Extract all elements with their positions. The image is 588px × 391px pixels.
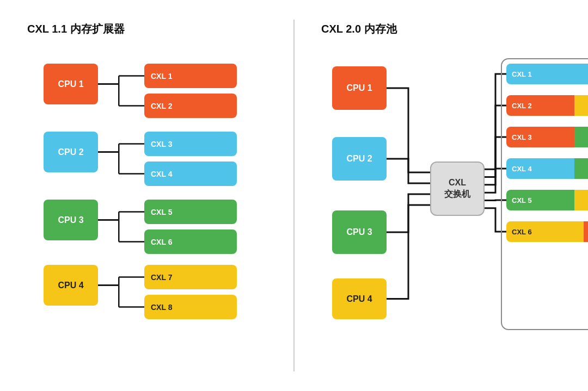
cpu1-left: CPU 1 [44, 64, 98, 104]
cxl4-right: CXL 4 [506, 158, 588, 179]
cxl2: CXL 2 [144, 94, 237, 118]
panel-divider [293, 20, 295, 371]
cxl1-right: CXL 1 [506, 64, 588, 84]
right-diagram: CPU 1CPU 2CPU 3CPU 4CXL交换机CXL 1CXL 2CXL … [321, 53, 572, 375]
left-panel: CXL 1.1 内存扩展器 CPU 1CPU 2CPU 3CPU 4CXL 1C… [0, 0, 294, 391]
cxl7: CXL 7 [144, 265, 237, 289]
cxl5-right: CXL 5 [506, 190, 588, 210]
cpu3-left: CPU 3 [44, 200, 98, 240]
right-panel: CXL 2.0 内存池 CPU 1CPU 2CPU 3CPU 4CXL交换机CX… [294, 0, 588, 391]
cxl2-right: CXL 2 [506, 95, 588, 116]
cpu4-left: CPU 4 [44, 265, 98, 306]
cpu2-left: CPU 2 [44, 132, 98, 172]
cxl4: CXL 4 [144, 162, 237, 186]
cxl6-right: CXL 6 [506, 221, 588, 242]
cxl3: CXL 3 [144, 132, 237, 156]
cpu1-right: CPU 1 [332, 66, 387, 110]
left-title: CXL 1.1 内存扩展器 [27, 22, 278, 36]
cxl8: CXL 8 [144, 295, 237, 319]
right-title: CXL 2.0 内存池 [321, 22, 572, 36]
cxl-switch: CXL交换机 [430, 162, 485, 216]
left-diagram: CPU 1CPU 2CPU 3CPU 4CXL 1CXL 2CXL 3CXL 4… [27, 53, 278, 375]
cpu2-right: CPU 2 [332, 137, 387, 181]
cpu4-right: CPU 4 [332, 278, 387, 319]
main-container: CXL 1.1 内存扩展器 CPU 1CPU 2CPU 3CPU 4CXL 1C… [0, 0, 588, 391]
cxl1: CXL 1 [144, 64, 237, 88]
cxl3-right: CXL 3 [506, 127, 588, 147]
cpu3-right: CPU 3 [332, 210, 387, 254]
cxl6: CXL 6 [144, 229, 237, 254]
cxl5: CXL 5 [144, 200, 237, 224]
